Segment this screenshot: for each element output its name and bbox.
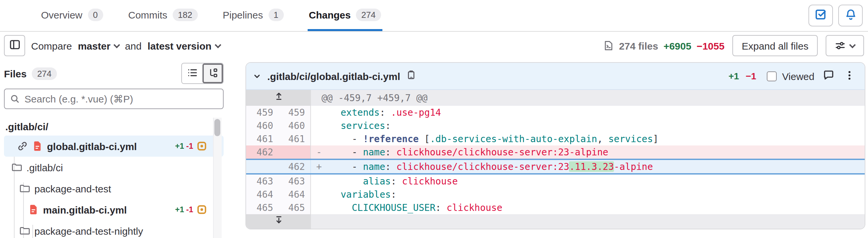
- diff-line-removed: 462- - name: clickhouse/clickhouse-serve…: [246, 145, 865, 159]
- tree-file-main.gitlab-ci.yml[interactable]: main.gitlab-ci.yml+1-1: [4, 199, 224, 220]
- new-line-number[interactable]: 464: [279, 188, 311, 201]
- tree-folder-package-and-test[interactable]: package-and-test: [4, 178, 224, 199]
- expand-up-button[interactable]: [246, 90, 311, 106]
- file-search-input[interactable]: [4, 89, 224, 109]
- collapse-file-chevron-icon[interactable]: [253, 72, 261, 80]
- expand-all-files-button[interactable]: Expand all files: [733, 35, 818, 56]
- code-token: clickhouse/clickhouse-server:23-alpine: [396, 147, 608, 157]
- file-additions: +1: [175, 205, 184, 214]
- viewed-checkbox[interactable]: [767, 71, 777, 81]
- code-token: -: [330, 147, 363, 157]
- tab-changes[interactable]: Changes274: [307, 0, 382, 31]
- tree-item-label: package-and-test: [34, 183, 111, 194]
- code-token: [330, 107, 341, 118]
- tree-section-.gitlab-ci-: .gitlab/ci/: [4, 118, 224, 136]
- tree-folder-package-and-test-nightly[interactable]: package-and-test-nightly: [4, 220, 224, 238]
- new-line-number[interactable]: 459: [279, 106, 311, 119]
- code-token: [330, 120, 341, 131]
- copy-path-button[interactable]: [406, 70, 416, 82]
- list-view-button[interactable]: [182, 64, 203, 83]
- add-todo-button[interactable]: [808, 5, 833, 27]
- folder-icon: [19, 183, 30, 194]
- tab-label: Overview: [41, 9, 82, 20]
- new-line-number[interactable]: [279, 145, 311, 159]
- tab-pipelines[interactable]: Pipelines1: [221, 0, 285, 31]
- viewed-control[interactable]: Viewed: [767, 70, 814, 82]
- deletions-count: −1055: [696, 40, 724, 51]
- tab-overview[interactable]: Overview0: [40, 0, 104, 31]
- code-token: :: [385, 120, 391, 131]
- new-line-number[interactable]: 463: [279, 174, 311, 188]
- tree-scrollbar-thumb[interactable]: [214, 119, 220, 136]
- code-token: name: [363, 147, 385, 157]
- hunk-header-text: @@ -459,7 +459,7 @@: [311, 90, 865, 106]
- linked-file-icon: [17, 141, 28, 151]
- source-branch-dropdown[interactable]: master: [78, 40, 119, 51]
- diff-file-card: .gitlab/ci/global.gitlab-ci.yml +1 −1 Vi…: [245, 62, 865, 229]
- source-branch-name: master: [78, 40, 110, 51]
- target-version-name: latest version: [148, 40, 211, 51]
- code-token: [: [419, 134, 430, 144]
- diff-line-code: + - name: clickhouse/clickhouse-server:2…: [311, 160, 865, 173]
- old-line-number[interactable]: 462: [246, 145, 279, 159]
- sidebar-panel-icon: [9, 39, 20, 52]
- file-changes-icon: [603, 40, 614, 51]
- compare-label: Compare: [31, 40, 72, 51]
- gitlab-mr-changes-page: Overview0Commits182Pipelines1Changes274 …: [0, 0, 868, 238]
- file-deletions: -1: [186, 205, 193, 214]
- tree-item-label: global.gitlab-ci.yml: [47, 140, 137, 152]
- tab-commits[interactable]: Commits182: [127, 0, 199, 31]
- diff-file-header[interactable]: .gitlab/ci/global.gitlab-ci.yml +1 −1 Vi…: [246, 63, 865, 90]
- code-token: :: [385, 147, 391, 157]
- tree-view-button[interactable]: [203, 64, 223, 83]
- code-token: :: [391, 189, 396, 200]
- notifications-button[interactable]: [838, 5, 863, 27]
- file-browser-sidebar: Files 274 .gitlab/ci/global.gitlab-ci.ym…: [4, 62, 224, 238]
- viewed-label: Viewed: [782, 70, 814, 82]
- target-version-dropdown[interactable]: latest version: [148, 40, 220, 51]
- old-line-number[interactable]: [246, 160, 279, 173]
- diff-additions: +1: [728, 71, 739, 81]
- new-line-number[interactable]: 465: [279, 201, 311, 214]
- expand-lines-down-icon: [274, 215, 283, 228]
- old-line-number[interactable]: 461: [246, 132, 279, 145]
- and-label: and: [125, 40, 142, 51]
- comment-file-button[interactable]: [821, 69, 836, 83]
- expand-down-button[interactable]: [246, 214, 311, 229]
- code-token: :: [391, 176, 396, 186]
- preferences-sliders-icon: [835, 40, 845, 51]
- old-line-number[interactable]: 459: [246, 106, 279, 119]
- chevron-down-icon: [849, 41, 856, 48]
- kebab-menu-icon: [844, 70, 855, 82]
- files-count: 274 files: [619, 40, 658, 51]
- diff-line-code: alias: clickhouse: [311, 174, 865, 188]
- code-token: ,: [597, 134, 603, 144]
- old-line-number[interactable]: 465: [246, 201, 279, 214]
- new-line-number[interactable]: 461: [279, 132, 311, 145]
- file-options-button[interactable]: [842, 69, 857, 83]
- code-token: [330, 202, 352, 213]
- new-line-number[interactable]: 462: [279, 160, 311, 173]
- file-deletions: -1: [186, 141, 193, 151]
- diff-settings-button[interactable]: [826, 35, 864, 56]
- file-view-toggle: [181, 63, 224, 84]
- code-token: !reference: [363, 134, 419, 144]
- toggle-file-browser-button[interactable]: [4, 35, 25, 56]
- code-token: name: [363, 161, 385, 172]
- new-line-number[interactable]: 460: [279, 119, 311, 132]
- old-line-number[interactable]: 460: [246, 119, 279, 132]
- tree-item-label: .gitlab/ci: [27, 162, 63, 173]
- code-token: .db-services-with-auto-explain: [430, 134, 597, 144]
- diff-stats-group: 274 files +6905 −1055 Expand all files: [603, 35, 864, 56]
- diff-line-code: extends: .use-pg14: [311, 106, 865, 119]
- old-line-number[interactable]: 464: [246, 188, 279, 201]
- tab-count-badge: 0: [88, 8, 103, 21]
- tree-folder-.gitlab-ci[interactable]: .gitlab/ci: [4, 157, 224, 178]
- code-token: [603, 134, 608, 144]
- tree-file-global.gitlab-ci.yml[interactable]: global.gitlab-ci.yml+1-1: [4, 136, 224, 157]
- code-token: ]: [653, 134, 659, 144]
- code-token: alias: [363, 176, 391, 186]
- old-line-number[interactable]: 463: [246, 174, 279, 188]
- code-token: variables: [341, 189, 391, 200]
- diff-line-context: 460460 services:: [246, 119, 865, 132]
